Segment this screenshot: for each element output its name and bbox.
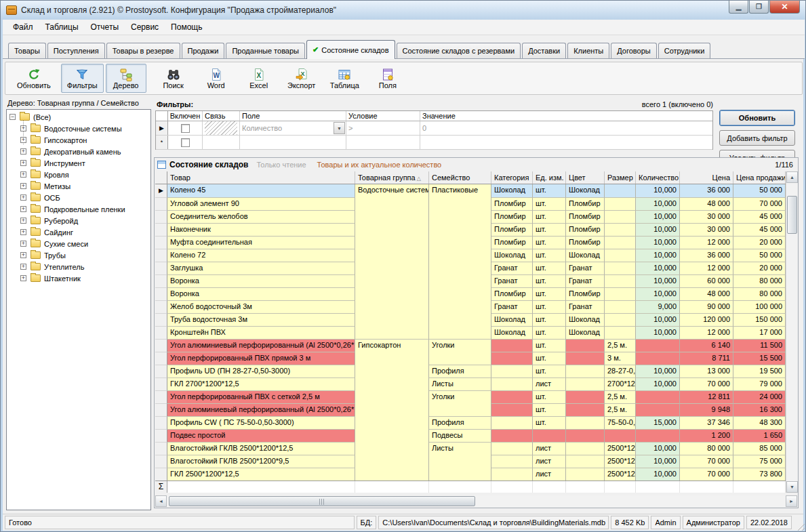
scroll-left-arrow[interactable]: ◄ [155, 495, 167, 507]
tree-item-10[interactable]: +Сухие смеси [7, 238, 150, 249]
table-row-5[interactable]: Колено 72Шоколадшт.Шоколад10,00036 00050… [155, 249, 786, 262]
tab-6[interactable]: Состояние складов с резервами [397, 43, 521, 58]
tree-item-7[interactable]: +Подкровельные пленки [7, 203, 150, 215]
col-header-2[interactable]: Семейство [429, 171, 491, 184]
tree-item-5[interactable]: +Метизы [7, 180, 150, 192]
tree-item-11[interactable]: +Трубы [7, 249, 150, 261]
filter-condition-value[interactable]: > [346, 121, 420, 135]
table-row-15[interactable]: ГКЛ 2700*1200*12,5Листылист2700*1210,000… [155, 377, 786, 390]
menu-item-0[interactable]: Файл [7, 20, 39, 34]
add-filter-button[interactable]: Добавить фильтр [719, 130, 795, 146]
table-row-19[interactable]: Подвес простойПодвесы1 2001 650 [155, 429, 786, 442]
table-row-11[interactable]: Кронштейн ПВХШоколадшт.Шоколад10,00012 0… [155, 326, 786, 339]
maximize-button[interactable]: ❐ [749, 1, 769, 14]
tree-item-12[interactable]: +Утеплитель [7, 261, 150, 272]
tab-7[interactable]: Доставки [522, 43, 566, 58]
expand-icon[interactable]: + [20, 264, 26, 270]
table-row-1[interactable]: Угловой элемент 90Пломбиршт.Пломбир10,00… [155, 197, 786, 210]
tree-item-1[interactable]: +Гипсокартон [7, 134, 150, 146]
new-filter-checkbox[interactable] [181, 138, 190, 147]
tab-8[interactable]: Клиенты [567, 43, 609, 58]
table-row-3[interactable]: НаконечникПломбиршт.Пломбир10,00030 0004… [155, 223, 786, 236]
col-header-4[interactable]: Ед. изм. [533, 171, 566, 184]
toolbar-word-button[interactable]: WWord [196, 64, 237, 93]
table-row-6[interactable]: ЗаглушкаГранатшт.Гранат10,00012 00020 00… [155, 262, 786, 274]
tab-0[interactable]: Товары [8, 43, 46, 58]
tree-item-9[interactable]: +Сайдинг [7, 226, 150, 238]
filter-enabled-checkbox[interactable] [181, 124, 190, 133]
tree-item-3[interactable]: +Инструмент [7, 157, 150, 169]
scroll-up-arrow[interactable]: ▲ [786, 171, 798, 183]
table-row-2[interactable]: Соединитель желобовПломбиршт.Пломбир10,0… [155, 210, 786, 223]
menu-item-1[interactable]: Таблицы [39, 20, 85, 34]
tab-1[interactable]: Поступления [47, 43, 105, 58]
expand-icon[interactable]: + [20, 218, 26, 224]
horizontal-scrollbar[interactable]: ◄ ► [155, 495, 797, 507]
minimize-button[interactable]: ▁ [729, 1, 748, 14]
tab-2[interactable]: Товары в резерве [106, 43, 180, 58]
table-row-14[interactable]: Профиль UD (ПН 28-27-0,50-3000)Профиляшт… [155, 365, 786, 377]
menu-item-3[interactable]: Сервис [125, 20, 165, 34]
tree-item-root[interactable]: −(Все) [7, 111, 150, 123]
collapse-icon[interactable]: − [9, 114, 16, 120]
scroll-down-arrow[interactable]: ▼ [786, 481, 798, 493]
tree-item-8[interactable]: +Руберойд [7, 215, 150, 226]
expand-icon[interactable]: + [20, 183, 26, 189]
expand-icon[interactable]: + [20, 229, 26, 235]
table-row-9[interactable]: Желоб водосточный 3мГранатшт.Гранат9,000… [155, 300, 786, 313]
table-row-16[interactable]: Угол перфорированный ПВХ с сеткой 2,5 мУ… [155, 390, 786, 403]
col-header-9[interactable]: Цена продажи [733, 171, 786, 184]
table-row-8[interactable]: ВоронкаПломбиршт.Пломбир10,00048 00080 0… [155, 287, 786, 300]
table-row-17[interactable]: Угол алюминиевый перфорированный (Al 250… [155, 403, 786, 416]
expand-icon[interactable]: + [20, 195, 26, 201]
expand-icon[interactable]: + [20, 206, 26, 212]
vertical-scrollbar[interactable]: ▲ ▼ [786, 171, 797, 493]
table-row-20[interactable]: Влагостойкий ГКЛВ 2500*1200*12,5Листылис… [155, 442, 786, 455]
toolbar-tree-button[interactable]: Дерево [106, 64, 146, 93]
tab-9[interactable]: Договоры [611, 43, 656, 58]
toolbar-refresh-button[interactable]: Обновить [11, 64, 57, 93]
table-row-4[interactable]: Муфта соединительнаяПломбиршт.Пломбир10,… [155, 236, 786, 249]
expand-icon[interactable]: + [20, 148, 26, 155]
table-row-18[interactable]: Профиль CW ( ПС 75-50-0,50-3000)Профиляш… [155, 416, 786, 429]
close-button[interactable]: ✕ [769, 1, 800, 14]
vertical-scroll-thumb[interactable] [787, 196, 797, 234]
tree-item-0[interactable]: +Водосточные системы [7, 123, 150, 134]
toolbar-excel-button[interactable]: XExcel [239, 64, 279, 93]
table-row-12[interactable]: Угол алюминиевый перфорированный (Al 250… [155, 339, 786, 352]
expand-icon[interactable]: + [20, 275, 26, 281]
table-row-22[interactable]: ГКЛ 2500*1200*12,5лист2500*1210,00070 00… [155, 468, 786, 480]
tree-item-6[interactable]: +ОСБ [7, 192, 150, 203]
col-header-7[interactable]: Количество [636, 171, 680, 184]
expand-icon[interactable]: + [20, 125, 26, 131]
col-header-6[interactable]: Размер [605, 171, 636, 184]
table-row-13[interactable]: Угол перфорированный ПВХ прямой 3 мшт.3 … [155, 352, 786, 365]
filter-value-input[interactable]: 0 [420, 121, 712, 135]
expand-icon[interactable]: + [20, 137, 26, 143]
toolbar-filters-button[interactable]: Фильтры [61, 64, 104, 93]
menu-item-4[interactable]: Помощь [165, 20, 208, 34]
expand-icon[interactable]: + [20, 171, 26, 178]
tab-5[interactable]: ✔Состояние складов [306, 40, 395, 59]
field-dropdown-button[interactable]: ▼ [334, 122, 345, 134]
col-header-8[interactable]: Цена [680, 171, 733, 184]
filter-row[interactable]: ▶ Количество ▼ > 0 [156, 121, 712, 136]
tree-item-13[interactable]: +Штакетник [7, 272, 150, 284]
toolbar-export-button[interactable]: XЭкспорт [281, 64, 322, 93]
scroll-right-arrow[interactable]: ► [786, 495, 797, 507]
expand-icon[interactable]: + [20, 241, 26, 247]
filter-new-row[interactable]: * [156, 136, 712, 150]
toolbar-table-button[interactable]: Таблица [324, 64, 365, 93]
col-header-5[interactable]: Цвет [566, 171, 605, 184]
expand-icon[interactable]: + [20, 252, 26, 258]
col-header-0[interactable]: Товар [167, 171, 355, 184]
menu-item-2[interactable]: Отчеты [85, 20, 125, 34]
tree-item-4[interactable]: +Кровля [7, 169, 150, 180]
tree-item-2[interactable]: +Декоративный камень [7, 146, 150, 157]
toolbar-search-button[interactable]: Поиск [153, 64, 194, 93]
col-header-3[interactable]: Категория [491, 171, 533, 184]
refresh-filters-button[interactable]: Обновить [719, 110, 795, 126]
table-row-21[interactable]: Влагостойкий ГКЛВ 2500*1200*9,5лист2500*… [155, 455, 786, 468]
table-row-10[interactable]: Труба водосточная 3мШоколадшт.Шоколад10,… [155, 313, 786, 326]
table-row-0[interactable]: ▶Колено 45Водосточные системПластиковыеШ… [155, 184, 786, 197]
